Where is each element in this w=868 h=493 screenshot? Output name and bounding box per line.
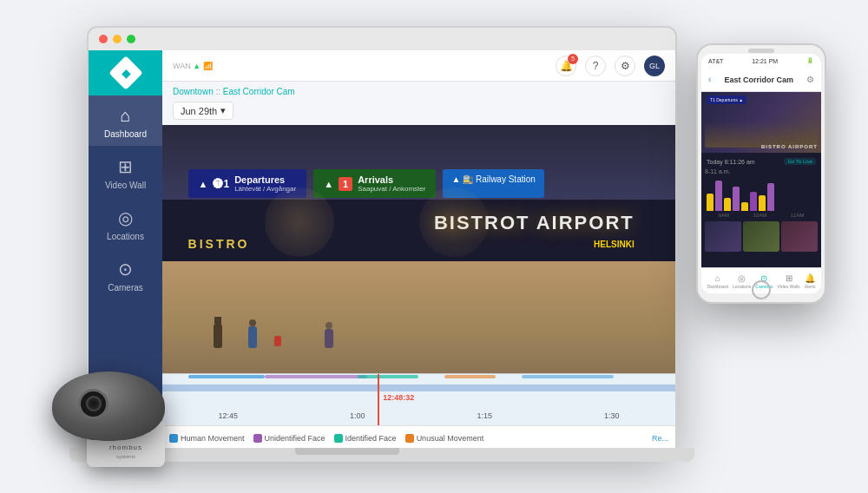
- phone-time-range: 8-11 a.m.: [705, 168, 818, 174]
- filter-unidentified-label: Unidentified Face: [265, 434, 326, 443]
- phone-today-label: Today 8:11:26 am: [707, 159, 755, 165]
- minimize-button[interactable]: [113, 35, 122, 43]
- airport-sign-mini: BISTRO AIRPORT: [761, 144, 818, 149]
- filter-check-identified: [334, 434, 343, 443]
- help-icon: ?: [593, 60, 599, 72]
- phone-time-11am: 11AM: [791, 213, 805, 218]
- phone-screen: AT&T 12:21 PM 🔋 ‹ East Corridor Cam ⚙ T1…: [701, 54, 821, 293]
- phone-thumb-1[interactable]: [705, 221, 741, 252]
- filter-human-movement[interactable]: Human Movement: [169, 434, 245, 443]
- luggage-item: [274, 336, 281, 346]
- date-selector[interactable]: Jun 29th ▾: [173, 102, 233, 120]
- phone-time-10am: 10AM: [753, 213, 766, 218]
- gear-icon: ⚙: [621, 60, 630, 72]
- timeline-track: [162, 385, 675, 391]
- phone-thumbnail-row: [705, 221, 818, 252]
- phone-back-button[interactable]: ‹: [708, 75, 711, 84]
- laptop-frame: ⌂ Dashboard ⊞ Video Wall ◎ Locations ⊙ C…: [87, 26, 677, 451]
- timeline-label-2: 1:00: [350, 411, 365, 420]
- phone-bar-2: [715, 181, 722, 211]
- phone-bar-3: [724, 198, 731, 211]
- camera-feed: ▲ 🅣1 Departures Lähtevät / Avgångar ▲ 1: [162, 125, 675, 373]
- sidebar-item-videowall[interactable]: ⊞ Video Wall: [89, 146, 162, 197]
- settings-button[interactable]: ⚙: [615, 56, 635, 76]
- smartphone-frame: AT&T 12:21 PM 🔋 ‹ East Corridor Cam ⚙ T1…: [696, 43, 826, 304]
- filter-identified-face[interactable]: Identified Face: [334, 434, 397, 443]
- timeline-bar[interactable]: 12:48:32 12:45 1:00 1:15 1:30: [162, 373, 675, 425]
- phone-timeline-bars: [705, 176, 818, 211]
- user-avatar[interactable]: GL: [644, 56, 665, 76]
- unidentified-face-band: [265, 375, 367, 378]
- airport-scene: ▲ 🅣1 Departures Lähtevät / Avgångar ▲ 1: [162, 125, 675, 373]
- timeline-current-time: 12:48:32: [383, 393, 414, 402]
- timeline-label-3: 1:15: [477, 411, 492, 420]
- camera-lens-inner: [86, 396, 102, 411]
- sidebar-logo[interactable]: [89, 50, 162, 95]
- phone-camera-thumbnail[interactable]: T1 Departures ▲ BISTRO AIRPORT: [701, 92, 821, 153]
- phone-settings-icon[interactable]: ⚙: [806, 75, 814, 84]
- phone-nav-location-icon: ◎: [738, 273, 746, 283]
- phone-nav-videowalls[interactable]: ⊞ Video Walls: [778, 273, 800, 289]
- sidebar-item-cameras[interactable]: ⊙ Cameras: [89, 248, 162, 299]
- filter-identified-label: Identified Face: [345, 434, 397, 443]
- phone-nav-locations[interactable]: ◎ Locations: [733, 273, 751, 289]
- filter-unusual-label: Unusual Movement: [417, 434, 484, 443]
- sidebar-item-locations[interactable]: ◎ Locations: [89, 197, 162, 248]
- brand-logo-icon: [108, 56, 143, 90]
- breadcrumb-part1[interactable]: Downtown: [173, 87, 214, 96]
- phone-thumb-3[interactable]: [781, 221, 818, 252]
- topbar: WAN ▲ 📶 🔔 5 ? ⚙ GL: [162, 50, 675, 82]
- maximize-button[interactable]: [127, 35, 135, 43]
- airport-signs: ▲ 🅣1 Departures Lähtevät / Avgångar ▲ 1: [188, 169, 650, 198]
- phone-time-9am: 9AM: [719, 213, 729, 218]
- rhombus-brand-name: rhombus: [109, 444, 142, 451]
- timeline-label-4: 1:30: [604, 411, 620, 420]
- filter-unidentified-face[interactable]: Unidentified Face: [253, 434, 326, 443]
- main-content: WAN ▲ 📶 🔔 5 ? ⚙ GL: [162, 50, 675, 450]
- phone-bar-5: [741, 202, 748, 211]
- phone-bar-8: [767, 183, 774, 211]
- traffic-lights: [99, 35, 135, 43]
- timeline-labels: 12:45 1:00 1:15 1:30: [162, 411, 675, 420]
- filter-check-human: [169, 434, 178, 443]
- phone-battery-icon: 🔋: [806, 57, 814, 64]
- camera-hardware: [52, 371, 165, 441]
- ambient-light-2: [419, 187, 489, 257]
- go-to-live-button[interactable]: Go To Live: [784, 158, 816, 165]
- arrivals-sign: ▲ 1 Arrivals Saapuvat / Ankomster: [313, 169, 436, 198]
- breadcrumb-part2: East Corridor Cam: [223, 87, 295, 96]
- phone-time: 12:21 PM: [752, 58, 778, 64]
- human-movement-band: [188, 375, 266, 378]
- sidebar-item-dashboard[interactable]: ⌂ Dashboard: [89, 95, 162, 146]
- timeline-label-1: 12:45: [218, 411, 238, 420]
- location-icon: ◎: [118, 207, 133, 228]
- bistro-sign: BISTRO: [188, 237, 250, 251]
- motion-bands: [162, 374, 675, 379]
- help-button[interactable]: ?: [585, 56, 606, 76]
- camera-lens: [78, 389, 108, 419]
- date-bar: Jun 29th ▾: [162, 102, 675, 125]
- phone-nav-alerts[interactable]: 🔔 Alerts: [805, 273, 816, 289]
- phone-bar-7: [759, 195, 766, 211]
- breadcrumb: Downtown :: East Corridor Cam: [162, 82, 675, 102]
- notifications-button[interactable]: 🔔 5: [556, 56, 576, 76]
- mini-t1-sign: T1 Departures ▲: [707, 95, 746, 104]
- close-button[interactable]: [99, 35, 108, 43]
- unusual-movement-band: [444, 375, 496, 378]
- wan-status: WAN ▲ 📶: [173, 62, 213, 70]
- filter-unusual-movement[interactable]: Unusual Movement: [405, 434, 484, 443]
- phone-nav-dashboard[interactable]: ⌂ Dashboard: [707, 273, 727, 289]
- human-movement-band-2: [522, 375, 614, 378]
- reset-filters-button[interactable]: Re...: [652, 434, 668, 443]
- phone-status-bar: AT&T 12:21 PM 🔋: [701, 54, 821, 68]
- phone-nav-grid-icon: ⊞: [786, 273, 792, 283]
- rhombus-sub-name: systems: [116, 454, 135, 459]
- phone-timeline: Today 8:11:26 am Go To Live 8-11 a.m. 9A…: [701, 153, 821, 267]
- phone-nav-bell-icon: 🔔: [805, 273, 815, 283]
- phone-thumb-2[interactable]: [743, 221, 779, 252]
- app-window: ⌂ Dashboard ⊞ Video Wall ◎ Locations ⊙ C…: [89, 50, 675, 450]
- phone-home-button[interactable]: [752, 280, 771, 299]
- phone-bar-6: [750, 192, 757, 211]
- phone-notch: [748, 49, 774, 53]
- filter-check-unusual: [405, 434, 414, 443]
